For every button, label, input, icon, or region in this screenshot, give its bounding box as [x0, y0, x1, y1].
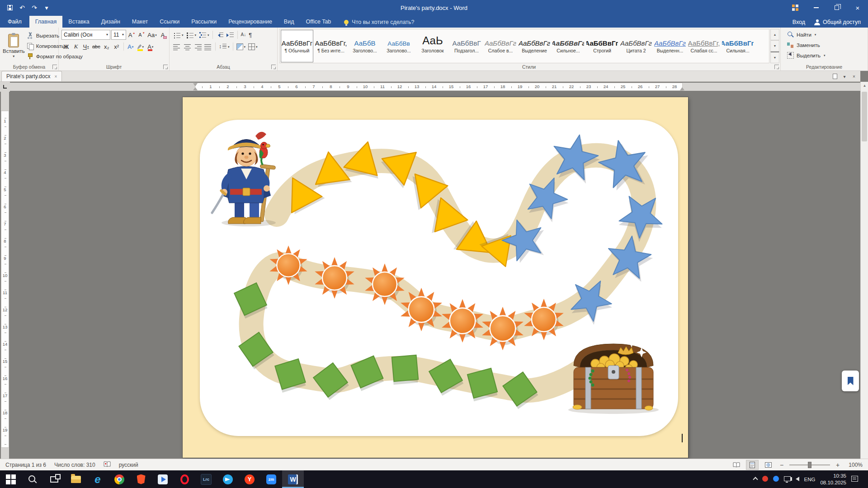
tab-рассылки[interactable]: Рассылки	[185, 16, 222, 28]
bold-button[interactable]: Ж	[61, 42, 71, 52]
game-board-drawing[interactable]	[200, 120, 678, 436]
treasure-chest-image[interactable]	[568, 341, 659, 414]
paste-button[interactable]: Вставить ▾	[3, 29, 25, 63]
word-count[interactable]: Число слов: 310	[54, 462, 95, 468]
triangle-shapes[interactable]	[278, 138, 520, 272]
font-color-button[interactable]: А▾	[146, 42, 155, 52]
text-effects-button[interactable]: А▾	[126, 42, 135, 52]
clear-formatting-button[interactable]: А	[158, 30, 167, 40]
horizontal-ruler[interactable]: 1234567891011121314151617181920212223242…	[10, 83, 860, 91]
close-tab-button[interactable]: ×	[850, 73, 858, 80]
taskbar-icon-taskview[interactable]	[43, 470, 65, 488]
sort-button[interactable]: А↓	[240, 30, 247, 40]
style-item-3[interactable]: АаБбВЗаголово...	[349, 30, 381, 62]
styles-scroll-up-button[interactable]: ▲	[770, 29, 779, 40]
show-marks-button[interactable]: ¶	[248, 30, 253, 40]
numbering-button[interactable]: ▾	[185, 30, 198, 40]
zoom-slider[interactable]	[789, 465, 830, 465]
tab-stop-selector[interactable]	[0, 82, 10, 92]
hidden-icons-button[interactable]	[754, 476, 757, 483]
web-layout-button[interactable]	[762, 460, 774, 469]
underline-button[interactable]: Ч▾	[81, 42, 90, 52]
clock[interactable]: 10:35 08.10.2025	[820, 473, 846, 486]
taskbar-icon-zoom[interactable]: zm	[260, 470, 282, 488]
style-item-12[interactable]: АаБбВвГгВыделенн...	[654, 30, 686, 62]
redo-button[interactable]: ↷	[29, 2, 40, 13]
taskbar-icon-edge[interactable]: e	[87, 470, 108, 488]
bullets-button[interactable]: ▾	[172, 30, 184, 40]
vertical-ruler[interactable]: 12345678910111213141516171819	[1, 92, 9, 459]
justify-button[interactable]	[203, 42, 213, 52]
style-item-13[interactable]: АаБбВвГг,Слабая сс...	[688, 30, 720, 62]
taskbar-icon-player[interactable]	[152, 470, 174, 488]
zoom-out-button[interactable]: −	[778, 461, 785, 469]
sign-in-button[interactable]: Вход	[793, 19, 805, 25]
taskbar-icon-explorer[interactable]	[65, 470, 87, 488]
zoom-slider-thumb[interactable]	[808, 462, 811, 468]
bookmark-float-button[interactable]	[842, 371, 859, 391]
close-button[interactable]: ×	[847, 0, 868, 15]
taskbar-icon-word[interactable]: W	[282, 470, 304, 488]
highlight-color-button[interactable]: ▾	[136, 42, 145, 52]
style-item-7[interactable]: АаБбВвГгСлабое в...	[484, 30, 517, 62]
style-item-6[interactable]: АаБбВвГПодзагол...	[450, 30, 483, 62]
style-item-10[interactable]: АаБбВвГг,Строгий	[586, 30, 618, 62]
style-item-11[interactable]: АаБбВвГгЦитата 2	[620, 30, 652, 62]
style-item-9[interactable]: АаБбВвГгСильное...	[552, 30, 585, 62]
tab-главная[interactable]: Главная	[29, 16, 63, 28]
save-button[interactable]	[5, 2, 15, 13]
language-switcher[interactable]: ENG	[804, 477, 816, 482]
shading-button[interactable]: ▾	[236, 42, 247, 52]
document-tab[interactable]: Pirate's party.docx ×	[1, 71, 62, 81]
find-button[interactable]: Найти▾	[783, 29, 866, 40]
style-item-8[interactable]: АаБбВвГгВыделение	[518, 30, 551, 62]
tab-list-button[interactable]: ▾	[841, 73, 848, 80]
share-button[interactable]: Общий доступ	[814, 19, 861, 25]
new-tab-button[interactable]	[831, 73, 839, 80]
qat-customize-button[interactable]: ▾	[41, 2, 52, 13]
tray-icon-zoom[interactable]	[773, 476, 779, 483]
align-center-button[interactable]	[183, 42, 192, 52]
replace-button[interactable]: Заменить	[783, 40, 866, 50]
tab-office-tab[interactable]: Office Tab	[300, 16, 337, 28]
superscript-button[interactable]: x²	[112, 42, 121, 52]
right-indent-marker[interactable]	[680, 85, 684, 90]
change-case-button[interactable]: Аа▾	[147, 30, 157, 40]
styles-more-button[interactable]: ▼	[770, 52, 779, 63]
scroll-up-button[interactable]: ▲	[861, 82, 868, 89]
paragraph-dialog-launcher[interactable]	[271, 65, 276, 69]
tab-file[interactable]: Файл	[0, 16, 29, 28]
tell-me-box[interactable]: Что вы хотите сделать?	[344, 19, 414, 25]
tab-макет[interactable]: Макет	[126, 16, 154, 28]
tab-ссылки[interactable]: Ссылки	[154, 16, 185, 28]
close-tab-icon[interactable]: ×	[54, 74, 57, 79]
language-indicator[interactable]: русский	[119, 462, 138, 468]
restore-button[interactable]	[826, 0, 847, 15]
tray-icon-network[interactable]	[784, 476, 791, 483]
proofing-status-button[interactable]	[104, 461, 111, 469]
style-item-4[interactable]: АаБбВвЗаголово...	[382, 30, 415, 62]
select-button[interactable]: Выделить▾	[783, 50, 866, 61]
style-item-1[interactable]: АаБбВвГг¶ Обычный	[281, 30, 313, 62]
style-item-14[interactable]: АаБбВвГг,Сильная...	[722, 30, 754, 62]
tab-вставка[interactable]: Вставка	[62, 16, 95, 28]
font-size-combo[interactable]: 11▾	[111, 30, 126, 40]
tray-icon-recorder[interactable]	[762, 476, 768, 483]
subscript-button[interactable]: x₂	[102, 42, 111, 52]
styles-dialog-launcher[interactable]	[774, 65, 779, 69]
taskbar-icon-opera[interactable]	[174, 470, 195, 488]
increase-indent-button[interactable]	[226, 30, 235, 40]
zoom-in-button[interactable]: +	[834, 461, 841, 469]
tab-дизайн[interactable]: Дизайн	[95, 16, 126, 28]
document-page[interactable]	[183, 97, 688, 458]
vertical-scrollbar[interactable]: ▲	[860, 82, 868, 459]
taskbar-icon-telegram[interactable]	[217, 470, 239, 488]
multilevel-list-button[interactable]: ▾	[198, 30, 210, 40]
taskbar-icon-start[interactable]	[0, 470, 22, 488]
minimize-button[interactable]	[806, 0, 826, 15]
grow-font-button[interactable]: А▲	[127, 30, 136, 40]
italic-button[interactable]: К	[71, 42, 80, 52]
taskbar-icon-yandex[interactable]: Y	[239, 470, 260, 488]
styles-scroll-down-button[interactable]: ▼	[770, 40, 779, 52]
taskbar-icon-lightroom[interactable]: Lrc	[195, 470, 217, 488]
